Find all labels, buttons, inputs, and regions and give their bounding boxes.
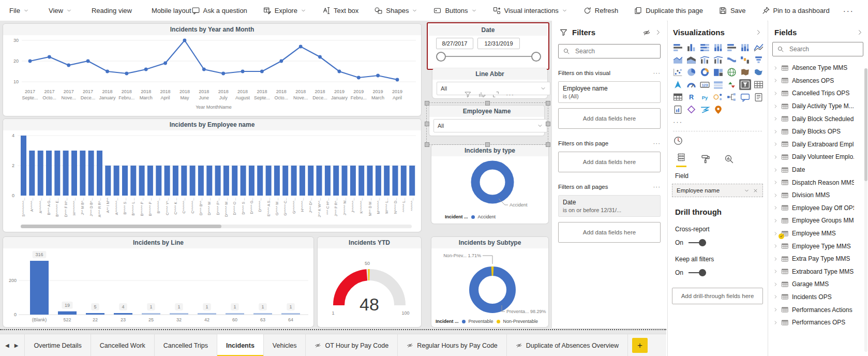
eye-slash-icon[interactable] — [642, 28, 651, 37]
donut-chart[interactable]: Accident — [431, 156, 548, 212]
visual-type-line-and-clustered-column-chart-icon[interactable] — [712, 54, 724, 65]
visual-type-gauge-icon[interactable] — [685, 79, 697, 90]
remove-field-icon[interactable] — [753, 188, 758, 194]
menu-visual-interactions[interactable]: Visual interactions — [492, 6, 567, 15]
add-data-fields-drop-zone[interactable]: Add data fields here — [558, 222, 661, 243]
incidents-by-type-visual[interactable]: Incidents by type Accident Incident ...A… — [431, 145, 548, 224]
expand-chevron-icon[interactable] — [773, 307, 778, 312]
visual-type-line-chart-icon[interactable] — [753, 42, 765, 53]
visual-type-q-and-a-icon[interactable] — [739, 92, 751, 102]
field-table-row[interactable]: Performances Actions ... — [768, 303, 868, 316]
expand-chevron-icon[interactable] — [773, 269, 778, 274]
visual-type-slicer-icon[interactable] — [739, 79, 751, 90]
selection-handle[interactable] — [425, 101, 429, 106]
more-options-button[interactable]: ··· — [830, 6, 854, 15]
section-more-options-button[interactable]: ··· — [653, 140, 661, 146]
visual-type-100-stacked-column-chart-icon[interactable] — [739, 42, 751, 53]
visual-more-options-button[interactable]: ··· — [506, 91, 514, 98]
field-table-row[interactable]: Employee MMS — [768, 227, 868, 240]
expand-chevron-icon[interactable] — [773, 66, 778, 70]
visual-type-stacked-column-chart-icon[interactable] — [685, 42, 697, 53]
field-table-row[interactable]: Employee Groups MMS — [768, 214, 868, 227]
incidents-by-employee-name-visual[interactable]: Incidents by Employee name 024S^^^^^^^^.… — [3, 119, 421, 232]
field-table-row[interactable]: Daily Block Scheduled... — [768, 112, 868, 125]
selection-handle[interactable] — [546, 101, 550, 106]
visual-type-clustered-bar-chart-icon[interactable] — [699, 42, 711, 53]
incidents-by-subtype-visual[interactable]: Incidents by Subtype Non-Prev... 1.71%Pr… — [431, 237, 548, 327]
visual-type-kpi-icon[interactable] — [726, 79, 738, 90]
expand-chevron-icon[interactable] — [773, 244, 778, 248]
incidents-ytd-visual[interactable]: Incidents YTD 50110048 — [318, 237, 421, 327]
scrollbar-thumb[interactable] — [21, 225, 221, 228]
tab-format[interactable] — [700, 154, 710, 167]
expand-chevron-icon[interactable] — [773, 142, 778, 146]
expand-chevron-icon[interactable] — [773, 257, 778, 261]
menu-shapes[interactable]: Shapes — [374, 6, 417, 15]
field-table-row[interactable]: Garage MMS — [768, 278, 868, 291]
visual-type-azure-map-icon[interactable] — [672, 79, 684, 90]
slider-handle-end[interactable] — [531, 52, 541, 62]
slider-handle-start[interactable] — [436, 52, 446, 62]
expand-chevron-icon[interactable] — [773, 193, 778, 198]
expand-chevron-icon[interactable] — [773, 294, 778, 299]
focus-mode-icon[interactable] — [492, 91, 500, 98]
employee-name-dropdown[interactable]: All — [433, 119, 547, 132]
add-drill-through-fields-drop-zone[interactable]: Add drill-through fields here — [672, 288, 763, 304]
page-tab-duplicate-of-absences-overview[interactable]: Duplicate of Absences Overview — [507, 334, 628, 356]
visual-type-table-icon[interactable] — [753, 79, 765, 90]
menu-view[interactable]: View — [49, 7, 72, 14]
expand-chevron-icon[interactable] — [773, 116, 778, 121]
visual-type-area-chart-icon[interactable] — [672, 54, 684, 65]
keep-all-filters-toggle[interactable] — [689, 269, 706, 276]
page-tab-cancelled-work[interactable]: Cancelled Work — [91, 334, 155, 356]
incidents-by-line-visual[interactable]: Incidents by Line 2000316(Blank)19522522… — [3, 237, 313, 327]
menu-reading-view[interactable]: Reading view — [92, 7, 132, 14]
expand-chevron-icon[interactable] — [773, 104, 778, 109]
visual-type-pie-chart-icon[interactable] — [685, 67, 697, 78]
expand-chevron-icon[interactable] — [773, 180, 778, 185]
visual-type-waterfall-chart-icon[interactable] — [739, 54, 751, 65]
expand-chevron-icon[interactable] — [773, 282, 778, 287]
field-table-row[interactable]: Performances OPS — [768, 316, 868, 329]
previous-page-arrow[interactable]: ◀ — [5, 343, 9, 348]
line-chart[interactable]: 1020302017Septe...2017Octo...2017Nove...… — [3, 35, 421, 116]
visual-type-scatter-chart-icon[interactable] — [672, 67, 684, 78]
employee-name-slicer-visual[interactable]: Employee Name All — [429, 106, 544, 136]
visual-type-decomposition-tree-icon[interactable] — [726, 92, 738, 102]
bar-chart[interactable]: 2000316(Blank)19522522423125132142160163… — [3, 248, 313, 327]
page-tab-incidents[interactable]: Incidents — [217, 334, 264, 356]
filter-card[interactable]: Employee nameis (All) — [558, 81, 661, 103]
selection-handle[interactable] — [485, 101, 490, 106]
visual-type-r-script-visual-icon[interactable]: R — [685, 92, 697, 102]
field-table-row[interactable]: Dispatch Reason MMS — [768, 176, 868, 189]
page-tab-overtime-details[interactable]: Overtime Details — [24, 334, 91, 356]
collapse-pane-icon[interactable] — [655, 29, 662, 36]
visual-type-treemap-icon[interactable] — [712, 67, 724, 78]
date-slicer-visual-selected[interactable]: Date — [427, 22, 549, 70]
tab-field[interactable] — [676, 152, 686, 167]
visual-type-map-icon[interactable] — [726, 67, 738, 78]
date-range-slider[interactable] — [440, 56, 535, 57]
expand-chevron-icon[interactable] — [773, 129, 778, 134]
field-table-row[interactable]: Division MMS — [768, 189, 868, 202]
field-table-row[interactable]: Employee Day Off OPS — [768, 202, 868, 215]
visual-type-card-icon[interactable]: 123 — [699, 79, 711, 90]
menu-duplicate-this-page[interactable]: Duplicate this page — [634, 6, 703, 15]
menu-pin-to-a-dashboard[interactable]: Pin to a dashboard — [761, 6, 830, 15]
visual-type-shape-map-icon[interactable] — [753, 67, 765, 78]
visual-type-power-apps-icon[interactable] — [685, 104, 697, 115]
bar-chart[interactable]: 024S^^^^^^^^...A^^^^^...A^^^^^^...B^^^ A… — [3, 130, 421, 225]
field-table-row[interactable]: Daily Activity Type M... — [768, 100, 868, 113]
field-table-row[interactable]: Employee Type MMS — [768, 240, 868, 253]
selection-handle[interactable] — [425, 122, 429, 126]
menu-mobile-layout[interactable]: Mobile layout — [152, 7, 191, 14]
section-more-options-button[interactable]: ··· — [653, 70, 661, 76]
menu-refresh[interactable]: Refresh — [583, 6, 619, 15]
field-table-row[interactable]: Daily Blocks OPS — [768, 125, 868, 138]
fields-scrollbar[interactable] — [864, 68, 867, 352]
expand-chevron-icon[interactable] — [773, 218, 778, 223]
fields-search-input[interactable] — [788, 45, 859, 53]
visual-type-donut-chart-icon[interactable] — [699, 67, 711, 78]
selection-handle[interactable] — [546, 122, 550, 126]
more-visuals-button[interactable]: ··· — [668, 115, 767, 129]
